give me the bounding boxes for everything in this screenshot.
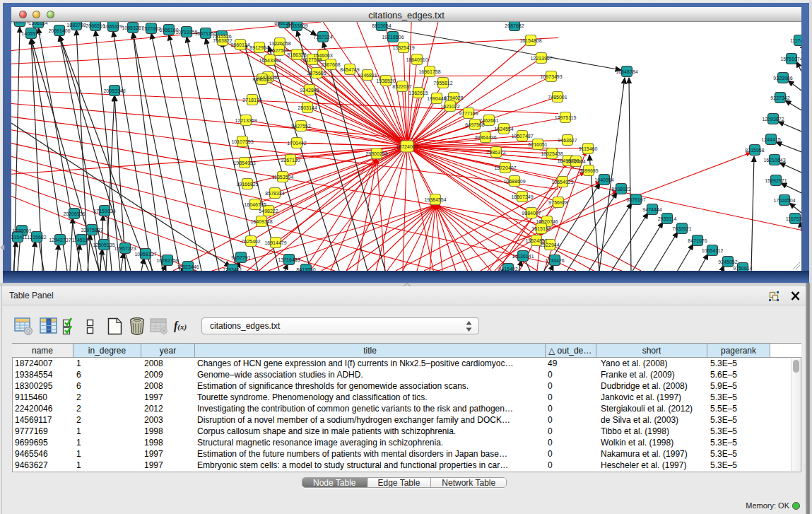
svg-text:9474444: 9474444 [642,207,661,212]
svg-text:16154808: 16154808 [519,38,541,43]
svg-text:8613550: 8613550 [296,267,315,271]
svg-text:13716485: 13716485 [278,257,300,262]
svg-text:11353594: 11353594 [272,175,294,180]
svg-text:17957223: 17957223 [114,246,136,251]
svg-text:2933114: 2933114 [658,216,677,221]
svg-text:1244415: 1244415 [761,137,780,142]
svg-text:7632621: 7632621 [672,226,691,231]
svg-text:12923446: 12923446 [177,264,199,269]
svg-text:2097404: 2097404 [566,159,585,164]
svg-text:8215958: 8215958 [745,148,764,153]
svg-text:8813054: 8813054 [372,23,391,28]
svg-text:7485001: 7485001 [548,95,567,100]
svg-text:10973493: 10973493 [540,74,562,79]
svg-text:1167534: 1167534 [786,216,801,221]
svg-text:9415402: 9415402 [498,267,517,271]
svg-text:1335001: 1335001 [12,228,31,233]
svg-text:17016504: 17016504 [773,198,795,203]
svg-text:6497568: 6497568 [465,122,484,127]
svg-text:16648784: 16648784 [616,69,637,74]
svg-text:10654112: 10654112 [702,248,724,253]
svg-text:1615132: 1615132 [531,226,551,231]
svg-text:10107553: 10107553 [231,139,253,144]
svg-text:3875685: 3875685 [307,71,326,76]
svg-text:9115460: 9115460 [579,146,598,151]
svg-text:17159934: 17159934 [93,209,115,214]
svg-text:19854933: 19854933 [233,160,255,165]
svg-text:7955812: 7955812 [433,81,452,86]
svg-text:19218506: 19218506 [382,35,404,40]
svg-text:8938923: 8938923 [611,187,630,192]
svg-text:6794028: 6794028 [444,95,463,100]
svg-text:6216051: 6216051 [528,142,547,147]
svg-text:18807249: 18807249 [511,194,533,199]
svg-text:8471676: 8471676 [688,238,707,243]
svg-text:12213369: 12213369 [235,118,257,123]
svg-text:10507487: 10507487 [511,134,533,139]
svg-text:1700442: 1700442 [287,141,306,146]
svg-text:1215682: 1215682 [27,235,46,240]
svg-text:6879197: 6879197 [626,197,645,202]
svg-text:1362615: 1362615 [408,90,428,95]
svg-text:1527509: 1527509 [269,48,288,53]
svg-text:29300293: 29300293 [365,151,387,156]
svg-text:2265916: 2265916 [11,22,30,24]
svg-text:9750614: 9750614 [733,266,752,271]
svg-text:12093872: 12093872 [762,117,784,122]
svg-text:9146821: 9146821 [358,73,377,78]
svg-text:9660124: 9660124 [230,42,249,47]
svg-text:33975887: 33975887 [81,228,102,233]
svg-text:18724007: 18724007 [396,144,418,149]
svg-text:12213967: 12213967 [530,56,552,61]
svg-text:1733426: 1733426 [545,258,564,263]
svg-text:1405574: 1405574 [21,31,40,36]
svg-text:1145194: 1145194 [72,238,91,243]
svg-text:16782759: 16782759 [156,258,178,263]
svg-text:2522944: 2522944 [540,243,559,247]
svg-text:16520746: 16520746 [536,219,558,224]
svg-text:10688609: 10688609 [503,179,525,184]
svg-text:12942737: 12942737 [49,238,71,243]
svg-text:10653287: 10653287 [122,25,143,30]
svg-text:16033809: 16033809 [286,23,307,28]
svg-text:16210643: 16210643 [763,158,785,163]
svg-text:9463627: 9463627 [558,138,577,143]
svg-text:13226058: 13226058 [269,41,290,46]
svg-text:9227342: 9227342 [770,95,789,100]
svg-text:3267130: 3267130 [281,158,300,163]
svg-text:16409348: 16409348 [250,219,272,224]
svg-text:8912954: 8912954 [249,45,269,50]
svg-text:7986372: 7986372 [486,150,505,155]
svg-text:7462661: 7462661 [479,118,498,123]
svg-text:9756928: 9756928 [548,200,567,205]
svg-text:1306154: 1306154 [28,22,47,25]
svg-text:9457791: 9457791 [231,255,250,260]
svg-text:12505135: 12505135 [93,243,114,247]
svg-text:9896143: 9896143 [252,77,271,82]
svg-text:9884007: 9884007 [522,211,541,216]
svg-text:20691406: 20691406 [48,28,70,33]
svg-text:16961758: 16961758 [418,69,440,74]
svg-text:8578334: 8578334 [265,191,284,196]
svg-text:1527602: 1527602 [141,26,160,31]
svg-text:1621022: 1621022 [440,104,459,109]
svg-text:20206536: 20206536 [63,211,85,216]
svg-text:18640910: 18640910 [406,57,428,62]
svg-text:13325419: 13325419 [392,45,414,50]
svg-text:1624554: 1624554 [494,127,513,132]
svg-text:2066516: 2066516 [86,23,105,28]
svg-text:19166825: 19166825 [236,182,258,187]
svg-text:8454749: 8454749 [340,67,359,72]
svg-text:9699695: 9699695 [579,168,598,173]
svg-text:9245052: 9245052 [718,259,737,264]
svg-text:1065329: 1065329 [103,24,122,29]
svg-text:8322037: 8322037 [392,84,411,89]
svg-text:1538520: 1538520 [376,78,395,83]
svg-text:9329966: 9329966 [773,76,792,81]
svg-text:14136141: 14136141 [512,254,534,259]
svg-text:16914479: 16914479 [264,240,286,245]
svg-text:15720407: 15720407 [494,165,516,170]
svg-text:5498222: 5498222 [259,209,278,214]
svg-text:19654923: 19654923 [551,180,573,185]
svg-text:16543382: 16543382 [259,58,281,63]
